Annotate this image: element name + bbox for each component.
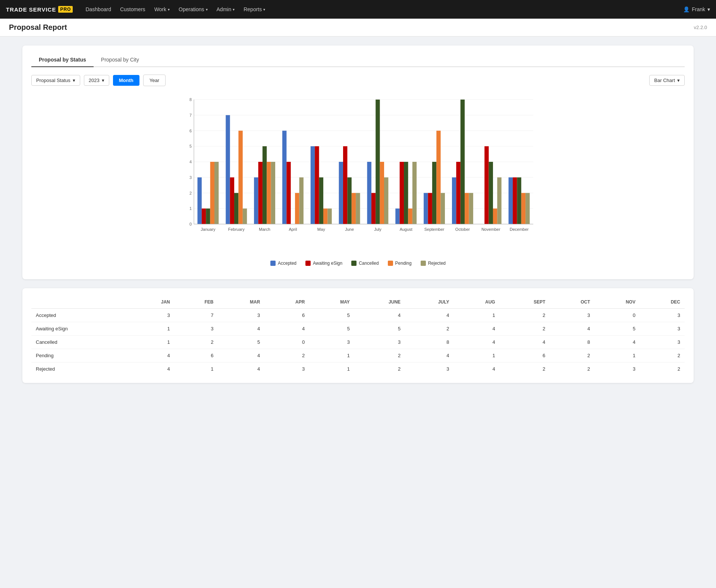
status-filter-arrow: ▾	[73, 78, 75, 83]
chart-type-dropdown[interactable]: Bar Chart ▾	[649, 75, 685, 86]
col-header-sept: SEPT	[500, 296, 550, 309]
table-cell-value: 4	[550, 322, 594, 336]
tabs: Proposal by Status Proposal by City	[31, 53, 685, 67]
table-header: JAN FEB MAR APR MAY JUNE JULY AUG SEPT O…	[31, 296, 685, 309]
table-cell-value: 4	[453, 322, 499, 336]
svg-rect-55	[238, 131, 242, 224]
table-cell-value: 3	[594, 362, 640, 376]
svg-rect-70	[327, 208, 332, 224]
status-filter-dropdown[interactable]: Proposal Status ▾	[31, 75, 80, 86]
svg-text:March: March	[259, 227, 270, 232]
svg-rect-41	[513, 177, 517, 224]
svg-text:September: September	[424, 227, 445, 232]
year-filter-dropdown[interactable]: 2023 ▾	[84, 75, 109, 86]
svg-rect-62	[436, 131, 440, 224]
user-icon: 👤	[683, 6, 690, 12]
nav-work[interactable]: Work ▾	[151, 4, 173, 15]
nav-dashboard[interactable]: Dashboard	[82, 4, 115, 15]
svg-rect-26	[424, 193, 428, 224]
legend-awaiting-esign: Awaiting eSign	[305, 261, 342, 266]
table-cell-value: 5	[594, 322, 640, 336]
table-cell-value: 6	[264, 309, 309, 322]
brand-name: TRADE SERVICE	[6, 6, 56, 13]
table-cell-value: 4	[218, 362, 264, 376]
table-cell-value: 4	[500, 336, 550, 349]
page-title: Proposal Report	[9, 23, 67, 32]
table-cell-value: 2	[640, 349, 685, 362]
svg-rect-30	[202, 208, 206, 224]
legend-color-cancelled	[351, 261, 357, 266]
table-cell-value: 3	[264, 362, 309, 376]
svg-rect-46	[319, 177, 323, 224]
svg-rect-31	[230, 177, 234, 224]
table-cell-value: 2	[354, 362, 405, 376]
svg-rect-18	[197, 177, 201, 224]
legend-color-awaiting-esign	[305, 261, 311, 266]
nav-links: Dashboard Customers Work ▾ Operations ▾ …	[82, 4, 674, 15]
col-header-july: JULY	[405, 296, 453, 309]
tab-proposal-by-city[interactable]: Proposal by City	[94, 53, 147, 67]
svg-rect-24	[367, 162, 371, 224]
svg-rect-67	[243, 208, 247, 224]
year-button[interactable]: Year	[143, 75, 166, 86]
table-cell-label: Awaiting eSign	[31, 322, 131, 336]
table-cell-value: 5	[354, 322, 405, 336]
brand-logo[interactable]: TRADE SERVICE PRO	[6, 6, 73, 13]
svg-rect-68	[271, 162, 275, 224]
svg-rect-74	[441, 193, 445, 224]
nav-admin[interactable]: Admin ▾	[213, 4, 239, 15]
col-header-oct: OCT	[550, 296, 594, 309]
user-menu[interactable]: 👤 Frank ▾	[683, 6, 710, 12]
table-cell-value: 4	[131, 349, 175, 362]
legend-cancelled: Cancelled	[351, 261, 379, 266]
svg-rect-69	[299, 177, 303, 224]
nav-customers[interactable]: Customers	[116, 4, 149, 15]
nav-operations[interactable]: Operations ▾	[175, 4, 211, 15]
chart-container: 012345678JanuaryFebruaryMarchAprilMayJun…	[31, 94, 685, 258]
table-cell-value: 0	[264, 336, 309, 349]
svg-rect-32	[258, 162, 263, 224]
tab-proposal-by-status[interactable]: Proposal by Status	[31, 53, 94, 67]
legend-label-rejected: Rejected	[428, 261, 446, 266]
table-cell-label: Rejected	[31, 362, 131, 376]
table-cell-value: 3	[640, 336, 685, 349]
svg-text:2: 2	[189, 191, 192, 195]
user-name: Frank	[692, 6, 705, 12]
svg-text:0: 0	[189, 222, 192, 226]
table-row: Awaiting eSign134455242453	[31, 322, 685, 336]
svg-text:July: July	[374, 227, 381, 232]
svg-rect-51	[461, 100, 465, 224]
nav-operations-arrow: ▾	[206, 7, 208, 12]
table-cell-value: 4	[264, 322, 309, 336]
table-cell-value: 4	[218, 349, 264, 362]
svg-rect-19	[226, 115, 230, 224]
svg-rect-75	[469, 193, 473, 224]
legend-label-accepted: Accepted	[278, 261, 296, 266]
month-button[interactable]: Month	[113, 75, 139, 86]
table-cell-value: 2	[354, 349, 405, 362]
svg-rect-44	[263, 146, 267, 224]
chart-type-control: Bar Chart ▾	[649, 75, 685, 86]
table-cell-value: 8	[550, 336, 594, 349]
table-cell-value: 2	[500, 322, 550, 336]
table-cell-label: Accepted	[31, 309, 131, 322]
data-table-card: JAN FEB MAR APR MAY JUNE JULY AUG SEPT O…	[22, 288, 694, 383]
table-cell-value: 2	[405, 322, 453, 336]
svg-rect-43	[234, 193, 238, 224]
svg-rect-25	[395, 208, 399, 224]
svg-rect-64	[493, 208, 497, 224]
table-cell-value: 5	[309, 322, 354, 336]
nav-reports[interactable]: Reports ▾	[240, 4, 269, 15]
svg-text:August: August	[400, 227, 412, 232]
table-cell-value: 4	[594, 336, 640, 349]
col-header-label	[31, 296, 131, 309]
page-content: Proposal by Status Proposal by City Prop…	[0, 37, 716, 401]
table-cell-value: 4	[218, 322, 264, 336]
chart-controls: Proposal Status ▾ 2023 ▾ Month Year Bar …	[31, 75, 685, 86]
svg-text:November: November	[481, 227, 500, 232]
svg-rect-54	[210, 162, 214, 224]
user-dropdown-arrow: ▾	[707, 6, 710, 12]
table-header-row: JAN FEB MAR APR MAY JUNE JULY AUG SEPT O…	[31, 296, 685, 309]
svg-text:8: 8	[189, 97, 192, 102]
table-cell-value: 3	[640, 322, 685, 336]
